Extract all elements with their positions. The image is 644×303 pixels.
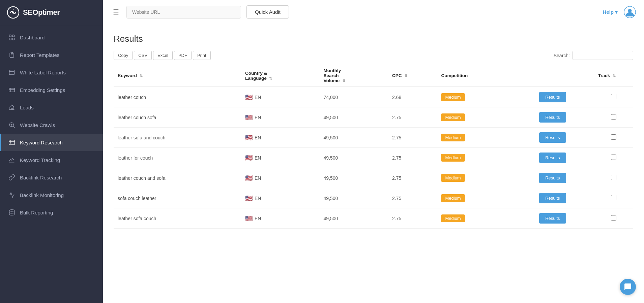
sort-icon-volume[interactable]: ⇅ xyxy=(342,79,345,83)
results-button[interactable]: Results xyxy=(539,193,566,203)
language-code: EN xyxy=(255,155,261,161)
svg-point-27 xyxy=(628,9,632,12)
print-button[interactable]: Print xyxy=(193,51,211,60)
bulk-reporting-icon xyxy=(8,209,15,216)
quick-audit-button[interactable]: Quick Audit xyxy=(246,5,289,19)
competition-badge: Medium xyxy=(441,194,465,202)
sidebar-item-bulk-reporting[interactable]: Bulk Reporting xyxy=(0,204,103,221)
copy-button[interactable]: Copy xyxy=(114,51,133,60)
sort-icon-cpc[interactable]: ⇅ xyxy=(404,74,407,78)
results-btn-cell: Results xyxy=(535,208,594,229)
help-button[interactable]: Help ▾ xyxy=(603,9,618,15)
sidebar-item-embedding[interactable]: Embedding Settings xyxy=(0,81,103,99)
keyword-cell: leather couch xyxy=(114,87,241,107)
keyword-research-icon xyxy=(8,139,15,146)
track-checkbox[interactable] xyxy=(611,155,616,160)
export-buttons: Copy CSV Excel PDF Print xyxy=(114,51,211,60)
track-cell xyxy=(594,107,633,128)
country-cell: 🇺🇸 EN xyxy=(241,148,320,168)
results-button[interactable]: Results xyxy=(539,132,566,143)
sidebar-item-leads[interactable]: Leads xyxy=(0,99,103,116)
table-toolbar: Copy CSV Excel PDF Print Search: xyxy=(114,51,633,60)
results-button[interactable]: Results xyxy=(539,173,566,183)
competition-cell: Medium xyxy=(437,148,535,168)
sidebar-item-label: Website Crawls xyxy=(20,122,55,128)
sidebar-item-report-templates[interactable]: Report Templates xyxy=(0,46,103,64)
track-checkbox[interactable] xyxy=(611,114,616,120)
seoptimer-logo-icon xyxy=(7,6,20,19)
keyword-tracking-icon xyxy=(8,157,15,163)
competition-badge: Medium xyxy=(441,93,465,101)
cpc-cell: 2.75 xyxy=(388,148,437,168)
sidebar-item-white-label[interactable]: White Label Reports xyxy=(0,64,103,81)
country-cell: 🇺🇸 EN xyxy=(241,128,320,148)
flag-icon: 🇺🇸 xyxy=(245,94,253,101)
chat-bubble-button[interactable] xyxy=(620,279,636,295)
country-cell: 🇺🇸 EN xyxy=(241,107,320,128)
sort-icon-track[interactable]: ⇅ xyxy=(613,74,616,78)
sidebar-item-label: Report Templates xyxy=(20,52,59,58)
keyword-cell: leather sofa and couch xyxy=(114,128,241,148)
csv-button[interactable]: CSV xyxy=(134,51,152,60)
page-title: Results xyxy=(114,34,633,44)
svg-rect-2 xyxy=(9,35,11,37)
table-row: leather sofa and couch 🇺🇸 EN 49,500 2.75… xyxy=(114,128,633,148)
language-code: EN xyxy=(255,216,261,221)
sidebar-item-label: Embedding Settings xyxy=(20,87,65,93)
table-body: leather couch 🇺🇸 EN 74,000 2.68 Medium R… xyxy=(114,87,633,229)
volume-cell: 49,500 xyxy=(320,107,388,128)
chat-icon xyxy=(624,283,632,291)
table-row: leather for couch 🇺🇸 EN 49,500 2.75 Medi… xyxy=(114,148,633,168)
sidebar-item-label: Leads xyxy=(20,105,34,110)
track-checkbox[interactable] xyxy=(611,94,616,99)
hamburger-button[interactable]: ☰ xyxy=(111,6,121,18)
results-button[interactable]: Results xyxy=(539,112,566,123)
svg-line-16 xyxy=(13,126,15,128)
track-checkbox[interactable] xyxy=(611,195,616,200)
search-label: Search: xyxy=(554,53,570,58)
user-avatar-icon[interactable] xyxy=(624,6,636,18)
report-templates-icon xyxy=(8,52,15,58)
flag-icon: 🇺🇸 xyxy=(245,195,253,202)
svg-rect-19 xyxy=(9,140,15,144)
logo-text: SEOptimer xyxy=(23,8,60,17)
flag-icon: 🇺🇸 xyxy=(245,174,253,182)
sidebar-item-dashboard[interactable]: Dashboard xyxy=(0,29,103,46)
sort-icon-country[interactable]: ⇅ xyxy=(269,76,272,81)
pdf-button[interactable]: PDF xyxy=(174,51,192,60)
backlink-monitoring-icon xyxy=(8,192,15,198)
sidebar-item-keyword-tracking[interactable]: Keyword Tracking xyxy=(0,151,103,169)
results-button[interactable]: Results xyxy=(539,153,566,163)
sidebar-item-label: Bulk Reporting xyxy=(20,210,53,215)
help-arrow: ▾ xyxy=(615,9,618,15)
backlink-research-icon xyxy=(8,174,15,181)
excel-button[interactable]: Excel xyxy=(153,51,173,60)
sidebar-item-backlink-monitoring[interactable]: Backlink Monitoring xyxy=(0,186,103,204)
sort-icon-keyword[interactable]: ⇅ xyxy=(140,74,143,78)
sidebar-item-backlink-research[interactable]: Backlink Research xyxy=(0,169,103,186)
sidebar-navigation: Dashboard Report Templates White Label R… xyxy=(0,25,103,225)
embedding-icon xyxy=(8,87,15,93)
track-checkbox[interactable] xyxy=(611,215,616,221)
volume-cell: 49,500 xyxy=(320,188,388,208)
flag-icon: 🇺🇸 xyxy=(245,154,253,162)
header-right: Help ▾ xyxy=(603,6,636,18)
cpc-cell: 2.75 xyxy=(388,128,437,148)
results-button[interactable]: Results xyxy=(539,92,566,102)
track-checkbox[interactable] xyxy=(611,134,616,140)
url-input[interactable] xyxy=(126,6,241,19)
competition-badge: Medium xyxy=(441,113,465,121)
track-checkbox[interactable] xyxy=(611,175,616,180)
sidebar-item-label: Keyword Tracking xyxy=(20,157,60,163)
country-cell: 🇺🇸 EN xyxy=(241,87,320,107)
competition-badge: Medium xyxy=(441,154,465,162)
results-btn-cell: Results xyxy=(535,107,594,128)
competition-cell: Medium xyxy=(437,128,535,148)
sidebar-item-keyword-research[interactable]: Keyword Research xyxy=(0,134,103,151)
competition-cell: Medium xyxy=(437,188,535,208)
sidebar-item-website-crawls[interactable]: Website Crawls xyxy=(0,116,103,134)
search-area: Search: xyxy=(554,51,633,60)
competition-badge: Medium xyxy=(441,134,465,141)
results-button[interactable]: Results xyxy=(539,213,566,224)
search-input[interactable] xyxy=(573,51,633,60)
